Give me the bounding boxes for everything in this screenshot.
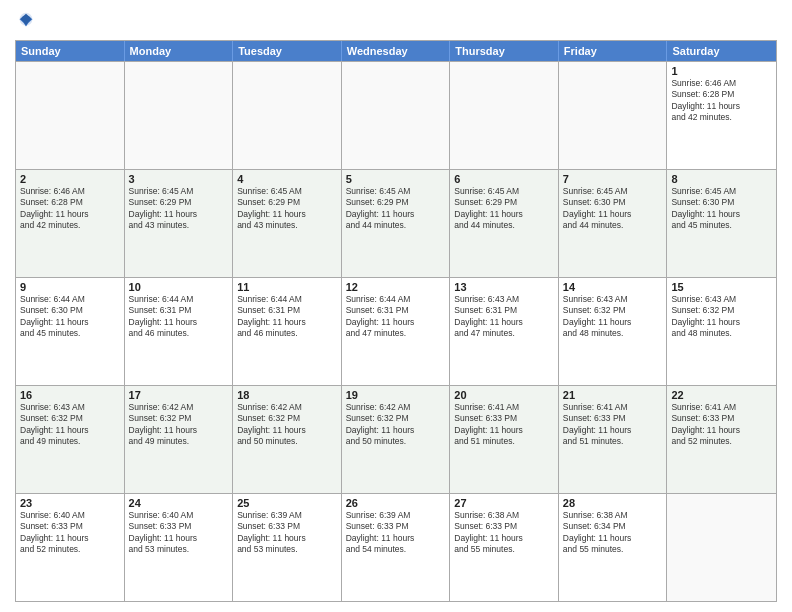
day-cell-24: 24Sunrise: 6:40 AM Sunset: 6:33 PM Dayli… — [125, 494, 234, 601]
day-cell-16: 16Sunrise: 6:43 AM Sunset: 6:32 PM Dayli… — [16, 386, 125, 493]
day-number: 8 — [671, 173, 772, 185]
day-cell-4: 4Sunrise: 6:45 AM Sunset: 6:29 PM Daylig… — [233, 170, 342, 277]
header-day-wednesday: Wednesday — [342, 41, 451, 61]
day-info: Sunrise: 6:45 AM Sunset: 6:29 PM Dayligh… — [237, 186, 337, 232]
day-cell-23: 23Sunrise: 6:40 AM Sunset: 6:33 PM Dayli… — [16, 494, 125, 601]
day-cell-26: 26Sunrise: 6:39 AM Sunset: 6:33 PM Dayli… — [342, 494, 451, 601]
day-cell-13: 13Sunrise: 6:43 AM Sunset: 6:31 PM Dayli… — [450, 278, 559, 385]
empty-cell — [233, 62, 342, 169]
day-number: 24 — [129, 497, 229, 509]
day-info: Sunrise: 6:41 AM Sunset: 6:33 PM Dayligh… — [454, 402, 554, 448]
day-number: 1 — [671, 65, 772, 77]
header-day-friday: Friday — [559, 41, 668, 61]
day-info: Sunrise: 6:43 AM Sunset: 6:31 PM Dayligh… — [454, 294, 554, 340]
day-cell-18: 18Sunrise: 6:42 AM Sunset: 6:32 PM Dayli… — [233, 386, 342, 493]
empty-cell — [450, 62, 559, 169]
day-info: Sunrise: 6:44 AM Sunset: 6:31 PM Dayligh… — [129, 294, 229, 340]
day-info: Sunrise: 6:45 AM Sunset: 6:29 PM Dayligh… — [129, 186, 229, 232]
day-number: 7 — [563, 173, 663, 185]
day-info: Sunrise: 6:46 AM Sunset: 6:28 PM Dayligh… — [671, 78, 772, 124]
day-cell-9: 9Sunrise: 6:44 AM Sunset: 6:30 PM Daylig… — [16, 278, 125, 385]
day-info: Sunrise: 6:38 AM Sunset: 6:34 PM Dayligh… — [563, 510, 663, 556]
day-info: Sunrise: 6:42 AM Sunset: 6:32 PM Dayligh… — [129, 402, 229, 448]
day-cell-25: 25Sunrise: 6:39 AM Sunset: 6:33 PM Dayli… — [233, 494, 342, 601]
day-number: 18 — [237, 389, 337, 401]
day-number: 21 — [563, 389, 663, 401]
empty-cell — [16, 62, 125, 169]
day-number: 4 — [237, 173, 337, 185]
day-cell-15: 15Sunrise: 6:43 AM Sunset: 6:32 PM Dayli… — [667, 278, 776, 385]
day-number: 6 — [454, 173, 554, 185]
week-row-3: 16Sunrise: 6:43 AM Sunset: 6:32 PM Dayli… — [16, 385, 776, 493]
calendar-body: 1Sunrise: 6:46 AM Sunset: 6:28 PM Daylig… — [16, 61, 776, 601]
day-cell-14: 14Sunrise: 6:43 AM Sunset: 6:32 PM Dayli… — [559, 278, 668, 385]
header-day-tuesday: Tuesday — [233, 41, 342, 61]
empty-cell — [559, 62, 668, 169]
day-number: 3 — [129, 173, 229, 185]
day-cell-20: 20Sunrise: 6:41 AM Sunset: 6:33 PM Dayli… — [450, 386, 559, 493]
day-info: Sunrise: 6:39 AM Sunset: 6:33 PM Dayligh… — [346, 510, 446, 556]
week-row-4: 23Sunrise: 6:40 AM Sunset: 6:33 PM Dayli… — [16, 493, 776, 601]
day-cell-10: 10Sunrise: 6:44 AM Sunset: 6:31 PM Dayli… — [125, 278, 234, 385]
empty-cell — [667, 494, 776, 601]
day-cell-2: 2Sunrise: 6:46 AM Sunset: 6:28 PM Daylig… — [16, 170, 125, 277]
day-cell-6: 6Sunrise: 6:45 AM Sunset: 6:29 PM Daylig… — [450, 170, 559, 277]
day-number: 26 — [346, 497, 446, 509]
day-number: 25 — [237, 497, 337, 509]
day-info: Sunrise: 6:42 AM Sunset: 6:32 PM Dayligh… — [237, 402, 337, 448]
day-cell-21: 21Sunrise: 6:41 AM Sunset: 6:33 PM Dayli… — [559, 386, 668, 493]
day-number: 5 — [346, 173, 446, 185]
page: SundayMondayTuesdayWednesdayThursdayFrid… — [0, 0, 792, 612]
day-number: 14 — [563, 281, 663, 293]
calendar: SundayMondayTuesdayWednesdayThursdayFrid… — [15, 40, 777, 602]
day-info: Sunrise: 6:44 AM Sunset: 6:31 PM Dayligh… — [237, 294, 337, 340]
day-cell-11: 11Sunrise: 6:44 AM Sunset: 6:31 PM Dayli… — [233, 278, 342, 385]
day-cell-27: 27Sunrise: 6:38 AM Sunset: 6:33 PM Dayli… — [450, 494, 559, 601]
day-cell-22: 22Sunrise: 6:41 AM Sunset: 6:33 PM Dayli… — [667, 386, 776, 493]
day-number: 20 — [454, 389, 554, 401]
day-info: Sunrise: 6:43 AM Sunset: 6:32 PM Dayligh… — [671, 294, 772, 340]
day-info: Sunrise: 6:42 AM Sunset: 6:32 PM Dayligh… — [346, 402, 446, 448]
header-day-thursday: Thursday — [450, 41, 559, 61]
day-number: 9 — [20, 281, 120, 293]
day-cell-19: 19Sunrise: 6:42 AM Sunset: 6:32 PM Dayli… — [342, 386, 451, 493]
day-cell-8: 8Sunrise: 6:45 AM Sunset: 6:30 PM Daylig… — [667, 170, 776, 277]
day-number: 22 — [671, 389, 772, 401]
day-number: 13 — [454, 281, 554, 293]
header — [15, 10, 777, 32]
week-row-1: 2Sunrise: 6:46 AM Sunset: 6:28 PM Daylig… — [16, 169, 776, 277]
day-number: 12 — [346, 281, 446, 293]
day-info: Sunrise: 6:39 AM Sunset: 6:33 PM Dayligh… — [237, 510, 337, 556]
day-info: Sunrise: 6:45 AM Sunset: 6:30 PM Dayligh… — [671, 186, 772, 232]
day-number: 16 — [20, 389, 120, 401]
day-info: Sunrise: 6:44 AM Sunset: 6:31 PM Dayligh… — [346, 294, 446, 340]
day-info: Sunrise: 6:45 AM Sunset: 6:30 PM Dayligh… — [563, 186, 663, 232]
logo — [15, 10, 40, 32]
empty-cell — [342, 62, 451, 169]
day-info: Sunrise: 6:38 AM Sunset: 6:33 PM Dayligh… — [454, 510, 554, 556]
day-number: 23 — [20, 497, 120, 509]
header-day-sunday: Sunday — [16, 41, 125, 61]
day-info: Sunrise: 6:46 AM Sunset: 6:28 PM Dayligh… — [20, 186, 120, 232]
day-number: 15 — [671, 281, 772, 293]
day-cell-28: 28Sunrise: 6:38 AM Sunset: 6:34 PM Dayli… — [559, 494, 668, 601]
week-row-0: 1Sunrise: 6:46 AM Sunset: 6:28 PM Daylig… — [16, 61, 776, 169]
day-number: 17 — [129, 389, 229, 401]
day-info: Sunrise: 6:45 AM Sunset: 6:29 PM Dayligh… — [346, 186, 446, 232]
day-info: Sunrise: 6:41 AM Sunset: 6:33 PM Dayligh… — [563, 402, 663, 448]
day-number: 10 — [129, 281, 229, 293]
day-cell-1: 1Sunrise: 6:46 AM Sunset: 6:28 PM Daylig… — [667, 62, 776, 169]
day-info: Sunrise: 6:43 AM Sunset: 6:32 PM Dayligh… — [20, 402, 120, 448]
header-day-saturday: Saturday — [667, 41, 776, 61]
day-info: Sunrise: 6:41 AM Sunset: 6:33 PM Dayligh… — [671, 402, 772, 448]
week-row-2: 9Sunrise: 6:44 AM Sunset: 6:30 PM Daylig… — [16, 277, 776, 385]
day-info: Sunrise: 6:43 AM Sunset: 6:32 PM Dayligh… — [563, 294, 663, 340]
day-number: 11 — [237, 281, 337, 293]
day-number: 19 — [346, 389, 446, 401]
day-info: Sunrise: 6:40 AM Sunset: 6:33 PM Dayligh… — [129, 510, 229, 556]
day-cell-17: 17Sunrise: 6:42 AM Sunset: 6:32 PM Dayli… — [125, 386, 234, 493]
day-info: Sunrise: 6:45 AM Sunset: 6:29 PM Dayligh… — [454, 186, 554, 232]
calendar-header: SundayMondayTuesdayWednesdayThursdayFrid… — [16, 41, 776, 61]
header-day-monday: Monday — [125, 41, 234, 61]
day-number: 28 — [563, 497, 663, 509]
